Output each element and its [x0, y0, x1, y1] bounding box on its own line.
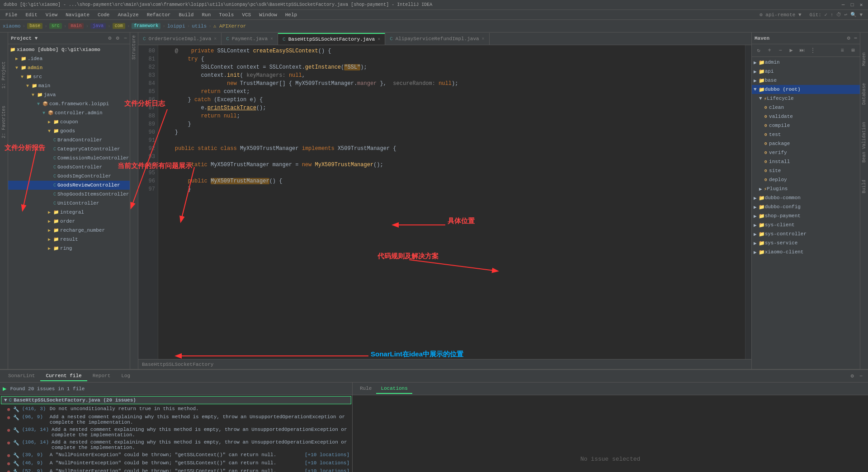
maven-item-install[interactable]: ⚙ install [752, 157, 860, 166]
right-label-build[interactable]: Build [861, 178, 868, 195]
right-label-bean[interactable]: Bean Validation [861, 120, 868, 164]
maven-close-icon[interactable]: − [854, 35, 857, 42]
maven-item-api[interactable]: ▶📁 api [752, 67, 860, 76]
right-label-maven[interactable]: Maven [861, 51, 868, 68]
menu-code[interactable]: Code [94, 11, 113, 19]
maven-more-btn[interactable]: ⋮ [808, 46, 818, 56]
tree-unit-controller[interactable]: C UnitController [8, 199, 130, 208]
breadcrumb-apixerror[interactable]: ⚠ APIXerror [213, 23, 246, 29]
maven-remove-btn[interactable]: − [775, 46, 785, 56]
close-tab-payment[interactable]: × [270, 37, 273, 42]
maven-item-base[interactable]: ▶📁 base [752, 76, 860, 85]
breadcrumb-loippi[interactable]: loippi [167, 23, 185, 29]
issue-item-0[interactable]: ⊗ 🔧 (416, 3) Do not unconditionally retu… [0, 405, 352, 413]
maximize-button[interactable]: □ [849, 2, 855, 8]
maven-item-sys-client[interactable]: ▶📁 sys-client [752, 220, 860, 229]
menu-refactor[interactable]: Refactor [143, 11, 175, 19]
analyze-run-btn[interactable]: ▶ [3, 385, 6, 393]
tab-base-http[interactable]: C BaseHttpSSLSocketFactory.java × [278, 33, 385, 45]
menu-build[interactable]: Build [175, 11, 197, 19]
tree-src[interactable]: ▼ 📁 src [8, 72, 130, 81]
tree-commission-controller[interactable]: C CommissionRuleController [8, 154, 130, 163]
close-tab-base[interactable]: × [377, 37, 380, 42]
breadcrumb-utils[interactable]: utils [192, 23, 207, 29]
maven-item-verify[interactable]: ⚙ verify [752, 148, 860, 157]
tree-main[interactable]: ▼ 📁 main [8, 81, 130, 90]
maven-item-compile[interactable]: ⚙ compile [752, 121, 860, 130]
tree-integral[interactable]: ▶ 📁 integral [8, 208, 130, 217]
tree-admin[interactable]: ▼ 📁 admin [8, 63, 130, 72]
maven-item-xiaomo-client[interactable]: ▶📁 xiaomo-client [752, 248, 860, 257]
issues-list[interactable]: ▼ C BaseHttpSSLSocketFactory.java (20 is… [0, 395, 352, 472]
tree-goodsreview-controller[interactable]: C GoodsReviewController [8, 181, 130, 190]
menu-window[interactable]: Window [255, 11, 281, 19]
issue-item-3[interactable]: ⊗ 🔧 (106, 14) Add a nested comment expla… [0, 439, 352, 451]
minimize-button[interactable]: ─ [840, 2, 846, 8]
tree-package[interactable]: ▼ 📦 com.framework.loippi [8, 99, 130, 108]
breadcrumb-framework[interactable]: framework [132, 23, 160, 29]
maven-add-btn[interactable]: + [764, 46, 774, 56]
close-tab-alipay[interactable]: × [482, 37, 485, 42]
menu-vcs[interactable]: VCS [238, 11, 255, 19]
tree-brand-controller[interactable]: C BrandController [8, 136, 130, 145]
maven-item-plugins[interactable]: ▶⚡ Plugins [752, 184, 860, 193]
tree-shopgoods-controller[interactable]: C ShopGoodsItemsController [8, 190, 130, 199]
maven-item-sys-service[interactable]: ▶📁 sys-service [752, 238, 860, 248]
tree-result[interactable]: ▶ 📁 result [8, 235, 130, 244]
tree-java[interactable]: ▼ 📁 java [8, 90, 130, 99]
breadcrumb-base[interactable]: base [27, 23, 42, 29]
issue-item-6[interactable]: ⊗ 🔧 (52, 9) A "NullPointerException" cou… [0, 467, 352, 472]
menu-navigate[interactable]: Navigate [62, 11, 93, 19]
issue-item-4[interactable]: ⊗ 🔧 (39, 9) A "NullPointerException" cou… [0, 451, 352, 459]
left-label-favorites[interactable]: 2: Favorites [0, 104, 7, 140]
tab-sonarlint[interactable]: SonarLint [3, 371, 40, 381]
tab-payment[interactable]: C Payment.java × [222, 33, 278, 45]
maven-item-dubbo[interactable]: ▼📁 dubbo (root) [752, 85, 860, 94]
menu-view[interactable]: View [42, 11, 61, 19]
breadcrumb-com[interactable]: com [113, 23, 125, 29]
maven-item-validate[interactable]: ⚙ validate [752, 112, 860, 121]
maven-item-site[interactable]: ⚙ site [752, 166, 860, 175]
maven-item-lifecycle[interactable]: ▼⚡ Lifecycle [752, 94, 860, 103]
close-button[interactable]: ✕ [858, 2, 864, 8]
close-tab-order[interactable]: × [214, 37, 217, 42]
menu-help[interactable]: Help [282, 11, 301, 19]
breadcrumb-java[interactable]: java [90, 23, 106, 29]
menu-file[interactable]: File [2, 11, 21, 19]
menu-edit[interactable]: Edit [22, 11, 41, 19]
rule-tab-rule[interactable]: Rule [355, 384, 376, 394]
tree-goods-controller[interactable]: C GoodsController [8, 163, 130, 172]
maven-item-clean[interactable]: ⚙ clean [752, 103, 860, 112]
tree-order[interactable]: ▶ 📁 order [8, 217, 130, 226]
tree-recharge[interactable]: ▶ 📁 recharge_number [8, 226, 130, 235]
tree-controller-admin[interactable]: ▼ 📦 controller.admin [8, 108, 130, 117]
sidebar-settings[interactable]: ⚙ [116, 35, 119, 42]
tree-coupon[interactable]: ▶ 📁 coupon [8, 117, 130, 126]
sidebar-minus[interactable]: − [124, 35, 127, 42]
maven-item-dubbo-common[interactable]: ▶📁 dubbo-common [752, 193, 860, 202]
rule-tab-locations[interactable]: Locations [376, 384, 412, 394]
tree-root[interactable]: 📁 xiaomo [dubbo] Q:\git\xiaomo [8, 45, 130, 54]
sonarlint-settings-icon[interactable]: ⚙ [848, 373, 857, 379]
issue-item-1[interactable]: ⊗ 🔧 (96, 9) Add a nested comment explain… [0, 413, 352, 426]
maven-run-btn[interactable]: ▶ [786, 46, 796, 56]
maven-item-package[interactable]: ⚙ package [752, 139, 860, 148]
menu-run[interactable]: Run [198, 11, 214, 19]
tree-idea[interactable]: ▶ 📁 .idea [8, 54, 130, 63]
maven-refresh-btn[interactable]: ↻ [754, 46, 764, 56]
left-label-project[interactable]: 1: Project [0, 60, 7, 90]
tab-current-file[interactable]: Current file [40, 371, 87, 381]
issue-item-2[interactable]: ⊗ 🔧 (103, 14) Add a nested comment expla… [0, 426, 352, 439]
menu-tools[interactable]: Tools [215, 11, 237, 19]
maven-skip-btn[interactable]: ⏭ [797, 46, 807, 56]
menu-analyze[interactable]: Analyze [114, 11, 142, 19]
maven-item-sys-controller[interactable]: ▶📁 sys-controller [752, 229, 860, 238]
maven-item-shop-payment[interactable]: ▶📁 shop-payment [752, 211, 860, 220]
tree-goods[interactable]: ▼ 📁 goods [8, 126, 130, 136]
sonarlint-close-icon[interactable]: − [857, 373, 865, 379]
tree-category-controller[interactable]: C CategoryCatController [8, 145, 130, 154]
maven-item-test[interactable]: ⚙ test [752, 130, 860, 139]
code-content[interactable]: @ private SSLContext createEasySSLContex… [158, 45, 745, 359]
issue-item-5[interactable]: ⊗ 🔧 (46, 9) A "NullPointerException" cou… [0, 459, 352, 467]
breadcrumb-main[interactable]: main [68, 23, 84, 29]
